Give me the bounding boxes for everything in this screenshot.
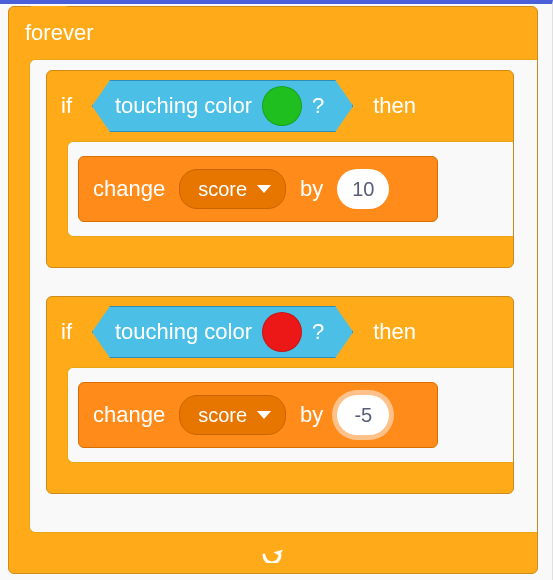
by-label: by [300,402,323,428]
then-keyword: then [373,319,416,345]
change-label: change [93,402,165,428]
forever-body: if touching color ? then change score [29,59,537,533]
variable-dropdown-1[interactable]: score [179,169,286,209]
if-keyword: if [61,319,72,345]
touching-color-suffix: ? [312,319,324,345]
variable-name: score [198,178,247,201]
if-keyword: if [61,93,72,119]
then-keyword: then [373,93,416,119]
scratch-script-area: forever if touching color ? then change [0,4,552,580]
chevron-down-icon [257,185,271,193]
if-body-2: change score by -5 [67,367,513,463]
if-footer-2 [47,463,513,493]
chevron-down-icon [257,411,271,419]
variable-name: score [198,404,247,427]
touching-color-prefix: touching color [115,93,252,119]
if-header-2: if touching color ? then [47,297,513,367]
by-label: by [300,176,323,202]
number-input-1[interactable]: 10 [337,169,389,209]
change-variable-block-2[interactable]: change score by -5 [78,382,438,448]
touching-color-suffix: ? [312,93,324,119]
loop-arrow-icon [259,542,287,564]
if-block-2[interactable]: if touching color ? then change score [46,296,514,494]
variable-dropdown-2[interactable]: score [179,395,286,435]
forever-label: forever [25,20,93,46]
number-input-2[interactable]: -5 [337,395,389,435]
block-notch [31,6,67,14]
color-swatch-green[interactable] [262,86,302,126]
change-label: change [93,176,165,202]
color-swatch-red[interactable] [262,312,302,352]
if-header-1: if touching color ? then [47,71,513,141]
touching-color-prefix: touching color [115,319,252,345]
forever-block[interactable]: forever if touching color ? then change [8,6,538,574]
if-footer-1 [47,237,513,267]
touching-color-block-1[interactable]: touching color ? [92,80,353,132]
if-block-1[interactable]: if touching color ? then change score [46,70,514,268]
change-variable-block-1[interactable]: change score by 10 [78,156,438,222]
if-body-1: change score by 10 [67,141,513,237]
forever-footer [9,533,537,573]
touching-color-block-2[interactable]: touching color ? [92,306,353,358]
forever-header: forever [9,7,537,59]
